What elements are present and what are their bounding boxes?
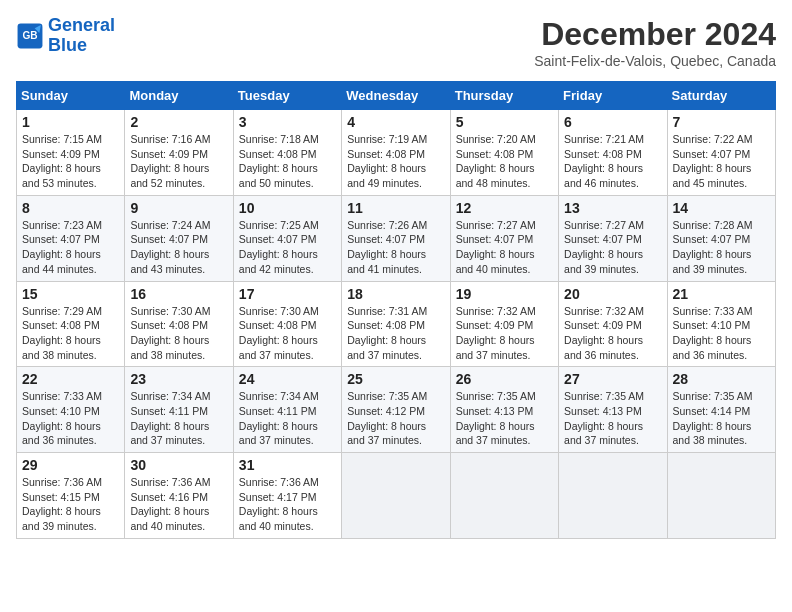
calendar-cell: 9 Sunrise: 7:24 AM Sunset: 4:07 PM Dayli… [125, 195, 233, 281]
calendar-cell: 25 Sunrise: 7:35 AM Sunset: 4:12 PM Dayl… [342, 367, 450, 453]
day-number: 5 [456, 114, 553, 130]
day-number: 4 [347, 114, 444, 130]
month-title: December 2024 [534, 16, 776, 53]
day-number: 8 [22, 200, 119, 216]
day-number: 15 [22, 286, 119, 302]
calendar-week-row: 29 Sunrise: 7:36 AM Sunset: 4:15 PM Dayl… [17, 453, 776, 539]
calendar-cell: 15 Sunrise: 7:29 AM Sunset: 4:08 PM Dayl… [17, 281, 125, 367]
logo-line2: Blue [48, 35, 87, 55]
day-info: Sunrise: 7:27 AM Sunset: 4:07 PM Dayligh… [564, 218, 661, 277]
day-info: Sunrise: 7:25 AM Sunset: 4:07 PM Dayligh… [239, 218, 336, 277]
weekday-header-tuesday: Tuesday [233, 82, 341, 110]
day-info: Sunrise: 7:23 AM Sunset: 4:07 PM Dayligh… [22, 218, 119, 277]
day-number: 2 [130, 114, 227, 130]
day-number: 3 [239, 114, 336, 130]
calendar-cell [667, 453, 775, 539]
calendar-cell: 8 Sunrise: 7:23 AM Sunset: 4:07 PM Dayli… [17, 195, 125, 281]
logo: GB General Blue [16, 16, 115, 56]
weekday-header-friday: Friday [559, 82, 667, 110]
day-info: Sunrise: 7:19 AM Sunset: 4:08 PM Dayligh… [347, 132, 444, 191]
logo-icon: GB [16, 22, 44, 50]
day-info: Sunrise: 7:35 AM Sunset: 4:14 PM Dayligh… [673, 389, 770, 448]
calendar-cell: 2 Sunrise: 7:16 AM Sunset: 4:09 PM Dayli… [125, 110, 233, 196]
day-info: Sunrise: 7:32 AM Sunset: 4:09 PM Dayligh… [564, 304, 661, 363]
day-info: Sunrise: 7:35 AM Sunset: 4:13 PM Dayligh… [564, 389, 661, 448]
day-info: Sunrise: 7:20 AM Sunset: 4:08 PM Dayligh… [456, 132, 553, 191]
day-info: Sunrise: 7:15 AM Sunset: 4:09 PM Dayligh… [22, 132, 119, 191]
calendar-cell: 1 Sunrise: 7:15 AM Sunset: 4:09 PM Dayli… [17, 110, 125, 196]
day-number: 26 [456, 371, 553, 387]
calendar-cell: 29 Sunrise: 7:36 AM Sunset: 4:15 PM Dayl… [17, 453, 125, 539]
calendar-week-row: 15 Sunrise: 7:29 AM Sunset: 4:08 PM Dayl… [17, 281, 776, 367]
logo-line1: General [48, 15, 115, 35]
day-info: Sunrise: 7:26 AM Sunset: 4:07 PM Dayligh… [347, 218, 444, 277]
calendar-cell: 20 Sunrise: 7:32 AM Sunset: 4:09 PM Dayl… [559, 281, 667, 367]
day-info: Sunrise: 7:36 AM Sunset: 4:16 PM Dayligh… [130, 475, 227, 534]
day-number: 30 [130, 457, 227, 473]
calendar-cell: 21 Sunrise: 7:33 AM Sunset: 4:10 PM Dayl… [667, 281, 775, 367]
calendar-cell: 26 Sunrise: 7:35 AM Sunset: 4:13 PM Dayl… [450, 367, 558, 453]
day-info: Sunrise: 7:24 AM Sunset: 4:07 PM Dayligh… [130, 218, 227, 277]
day-info: Sunrise: 7:34 AM Sunset: 4:11 PM Dayligh… [239, 389, 336, 448]
calendar-cell: 19 Sunrise: 7:32 AM Sunset: 4:09 PM Dayl… [450, 281, 558, 367]
calendar-cell: 30 Sunrise: 7:36 AM Sunset: 4:16 PM Dayl… [125, 453, 233, 539]
day-number: 1 [22, 114, 119, 130]
day-info: Sunrise: 7:33 AM Sunset: 4:10 PM Dayligh… [673, 304, 770, 363]
day-info: Sunrise: 7:22 AM Sunset: 4:07 PM Dayligh… [673, 132, 770, 191]
day-info: Sunrise: 7:21 AM Sunset: 4:08 PM Dayligh… [564, 132, 661, 191]
weekday-header-thursday: Thursday [450, 82, 558, 110]
calendar-week-row: 8 Sunrise: 7:23 AM Sunset: 4:07 PM Dayli… [17, 195, 776, 281]
calendar-cell: 27 Sunrise: 7:35 AM Sunset: 4:13 PM Dayl… [559, 367, 667, 453]
calendar-cell: 14 Sunrise: 7:28 AM Sunset: 4:07 PM Dayl… [667, 195, 775, 281]
calendar-cell: 17 Sunrise: 7:30 AM Sunset: 4:08 PM Dayl… [233, 281, 341, 367]
weekday-header-wednesday: Wednesday [342, 82, 450, 110]
calendar-cell: 24 Sunrise: 7:34 AM Sunset: 4:11 PM Dayl… [233, 367, 341, 453]
day-number: 6 [564, 114, 661, 130]
calendar-cell: 18 Sunrise: 7:31 AM Sunset: 4:08 PM Dayl… [342, 281, 450, 367]
calendar-cell [342, 453, 450, 539]
weekday-header-saturday: Saturday [667, 82, 775, 110]
day-info: Sunrise: 7:16 AM Sunset: 4:09 PM Dayligh… [130, 132, 227, 191]
weekday-header-row: SundayMondayTuesdayWednesdayThursdayFrid… [17, 82, 776, 110]
page-header: GB General Blue December 2024 Saint-Feli… [16, 16, 776, 69]
calendar-cell: 13 Sunrise: 7:27 AM Sunset: 4:07 PM Dayl… [559, 195, 667, 281]
day-info: Sunrise: 7:18 AM Sunset: 4:08 PM Dayligh… [239, 132, 336, 191]
day-number: 21 [673, 286, 770, 302]
day-info: Sunrise: 7:29 AM Sunset: 4:08 PM Dayligh… [22, 304, 119, 363]
day-info: Sunrise: 7:35 AM Sunset: 4:12 PM Dayligh… [347, 389, 444, 448]
calendar-cell: 4 Sunrise: 7:19 AM Sunset: 4:08 PM Dayli… [342, 110, 450, 196]
calendar-cell: 16 Sunrise: 7:30 AM Sunset: 4:08 PM Dayl… [125, 281, 233, 367]
weekday-header-monday: Monday [125, 82, 233, 110]
day-number: 11 [347, 200, 444, 216]
calendar-cell: 11 Sunrise: 7:26 AM Sunset: 4:07 PM Dayl… [342, 195, 450, 281]
logo-text: General Blue [48, 16, 115, 56]
calendar-cell [450, 453, 558, 539]
calendar-cell: 23 Sunrise: 7:34 AM Sunset: 4:11 PM Dayl… [125, 367, 233, 453]
day-info: Sunrise: 7:30 AM Sunset: 4:08 PM Dayligh… [239, 304, 336, 363]
day-number: 23 [130, 371, 227, 387]
calendar-cell: 22 Sunrise: 7:33 AM Sunset: 4:10 PM Dayl… [17, 367, 125, 453]
day-number: 10 [239, 200, 336, 216]
day-number: 28 [673, 371, 770, 387]
calendar-week-row: 1 Sunrise: 7:15 AM Sunset: 4:09 PM Dayli… [17, 110, 776, 196]
calendar-cell: 12 Sunrise: 7:27 AM Sunset: 4:07 PM Dayl… [450, 195, 558, 281]
day-info: Sunrise: 7:34 AM Sunset: 4:11 PM Dayligh… [130, 389, 227, 448]
svg-text:GB: GB [22, 30, 37, 41]
day-number: 18 [347, 286, 444, 302]
day-info: Sunrise: 7:30 AM Sunset: 4:08 PM Dayligh… [130, 304, 227, 363]
day-number: 24 [239, 371, 336, 387]
title-block: December 2024 Saint-Felix-de-Valois, Que… [534, 16, 776, 69]
weekday-header-sunday: Sunday [17, 82, 125, 110]
day-number: 12 [456, 200, 553, 216]
location-text: Saint-Felix-de-Valois, Quebec, Canada [534, 53, 776, 69]
day-number: 7 [673, 114, 770, 130]
day-number: 9 [130, 200, 227, 216]
day-number: 16 [130, 286, 227, 302]
calendar-cell: 3 Sunrise: 7:18 AM Sunset: 4:08 PM Dayli… [233, 110, 341, 196]
day-number: 13 [564, 200, 661, 216]
day-number: 31 [239, 457, 336, 473]
day-number: 14 [673, 200, 770, 216]
day-info: Sunrise: 7:31 AM Sunset: 4:08 PM Dayligh… [347, 304, 444, 363]
day-number: 20 [564, 286, 661, 302]
day-number: 25 [347, 371, 444, 387]
